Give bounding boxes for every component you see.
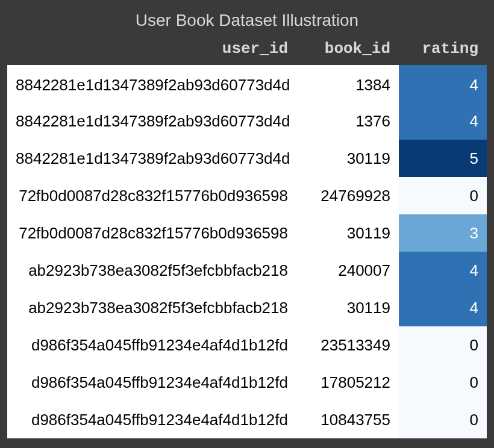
cell-book-id: 240007 <box>296 252 399 289</box>
table-row: 72fb0d0087d28c832f15776b0d936598301193 <box>7 214 487 252</box>
cell-book-id: 30119 <box>296 140 399 177</box>
cell-user-id: ab2923b738ea3082f5f3efcbbfacb218 <box>7 289 296 326</box>
cell-book-id: 10843755 <box>296 401 399 438</box>
table-row: 8842281e1d1347389f2ab93d60773d4d301195 <box>7 140 487 177</box>
table-row: 72fb0d0087d28c832f15776b0d93659824769928… <box>7 177 487 214</box>
table-row: ab2923b738ea3082f5f3efcbbfacb2182400074 <box>7 252 487 289</box>
cell-user-id: d986f354a045ffb91234e4af4d1b12fd <box>7 326 296 364</box>
cell-book-id: 1376 <box>296 102 399 140</box>
table-row: ab2923b738ea3082f5f3efcbbfacb218301194 <box>7 289 487 326</box>
cell-user-id: d986f354a045ffb91234e4af4d1b12fd <box>7 364 296 401</box>
column-header-user-id: user_id <box>7 36 296 65</box>
cell-rating: 0 <box>399 177 487 214</box>
table-row: d986f354a045ffb91234e4af4d1b12fd10843755… <box>7 401 487 438</box>
cell-rating: 0 <box>399 326 487 364</box>
cell-user-id: 8842281e1d1347389f2ab93d60773d4d <box>7 102 296 140</box>
cell-book-id: 30119 <box>296 289 399 326</box>
cell-book-id: 23513349 <box>296 326 399 364</box>
table-header-row: user_id book_id rating <box>7 36 487 65</box>
cell-rating: 3 <box>399 214 487 252</box>
table-row: d986f354a045ffb91234e4af4d1b12fd17805212… <box>7 364 487 401</box>
cell-user-id: 8842281e1d1347389f2ab93d60773d4d <box>7 65 296 102</box>
cell-book-id: 17805212 <box>296 364 399 401</box>
cell-user-id: 72fb0d0087d28c832f15776b0d936598 <box>7 214 296 252</box>
cell-user-id: 8842281e1d1347389f2ab93d60773d4d <box>7 140 296 177</box>
cell-rating: 0 <box>399 364 487 401</box>
cell-user-id: ab2923b738ea3082f5f3efcbbfacb218 <box>7 252 296 289</box>
cell-user-id: d986f354a045ffb91234e4af4d1b12fd <box>7 401 296 438</box>
column-header-book-id: book_id <box>296 36 399 65</box>
table-row: 8842281e1d1347389f2ab93d60773d4d13844 <box>7 65 487 102</box>
cell-book-id: 1384 <box>296 65 399 102</box>
dataset-table: user_id book_id rating 8842281e1d1347389… <box>7 36 487 438</box>
table-row: 8842281e1d1347389f2ab93d60773d4d13764 <box>7 102 487 140</box>
cell-rating: 4 <box>399 102 487 140</box>
table-row: d986f354a045ffb91234e4af4d1b12fd23513349… <box>7 326 487 364</box>
cell-rating: 4 <box>399 252 487 289</box>
cell-rating: 4 <box>399 289 487 326</box>
cell-rating: 5 <box>399 140 487 177</box>
cell-book-id: 30119 <box>296 214 399 252</box>
page-title: User Book Dataset Illustration <box>7 7 487 36</box>
cell-book-id: 24769928 <box>296 177 399 214</box>
table-body: 8842281e1d1347389f2ab93d60773d4d13844884… <box>7 65 487 438</box>
cell-user-id: 72fb0d0087d28c832f15776b0d936598 <box>7 177 296 214</box>
cell-rating: 0 <box>399 401 487 438</box>
column-header-rating: rating <box>399 36 487 65</box>
cell-rating: 4 <box>399 65 487 102</box>
dataset-table-wrap: user_id book_id rating 8842281e1d1347389… <box>7 36 487 438</box>
